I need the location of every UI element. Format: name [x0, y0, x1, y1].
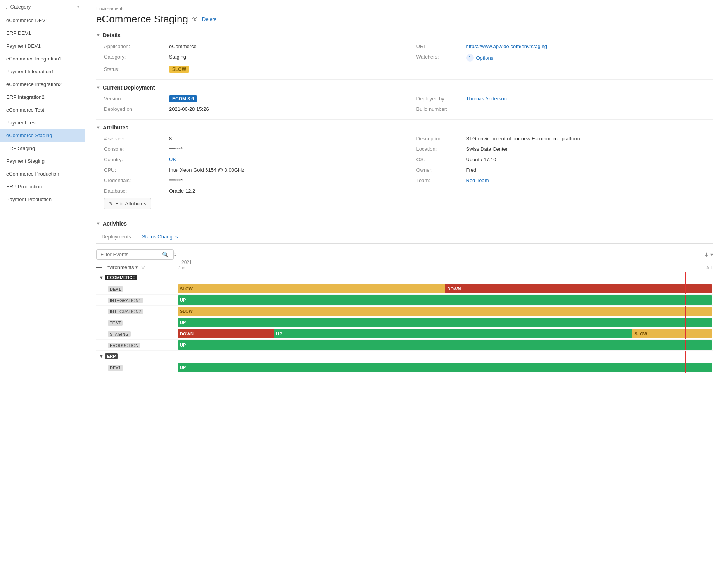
sidebar-item-payment-staging[interactable]: Payment Staging — [0, 155, 85, 167]
url-link[interactable]: https://www.apwide.com/env/staging — [466, 43, 548, 49]
deployment-section-header[interactable]: ▼ Current Deployment — [96, 84, 713, 91]
os-value: Ubuntu 17.10 — [463, 155, 714, 164]
description-label: Description: — [416, 134, 463, 143]
category-dropdown[interactable]: ↓ Category ▾ — [0, 0, 85, 14]
activities-section-label: Activities — [103, 221, 127, 227]
sidebar-item-erp-production[interactable]: ERP Production — [0, 180, 85, 193]
erp-collapse-button[interactable]: ▼ — [99, 354, 104, 359]
country-label: Country: — [104, 155, 166, 164]
ecommerce-integration1-row: INTEGRATION1 UP — [96, 295, 713, 306]
deployment-divider — [96, 119, 713, 120]
options-link[interactable]: Options — [476, 55, 494, 61]
application-value: eCommerce — [166, 42, 416, 50]
activities-toggle-icon: ▼ — [96, 221, 100, 226]
application-label: Application: — [104, 42, 166, 50]
attributes-section-label: Attributes — [103, 124, 128, 131]
current-time-line-prod — [685, 340, 686, 350]
current-time-line-test — [685, 317, 686, 328]
sidebar-item-payment-test[interactable]: Payment Test — [0, 116, 85, 129]
ecommerce-collapse-button[interactable]: ▼ — [99, 275, 104, 280]
attributes-section-header[interactable]: ▼ Attributes — [96, 124, 713, 131]
servers-value: 8 — [166, 134, 416, 143]
team-value: Red Team — [463, 176, 714, 185]
team-link[interactable]: Red Team — [466, 178, 489, 183]
integration2-badge: INTEGRATION2 — [108, 309, 143, 314]
erp-group-header-row: ▼ ERP — [96, 351, 713, 362]
filter-search-button[interactable]: 🔍 — [162, 252, 169, 258]
sidebar-item-ecommerce-test[interactable]: eCommerce Test — [0, 103, 85, 116]
sidebar-item-erp-integration2[interactable]: ERP Integration2 — [0, 91, 85, 103]
details-section-label: Details — [103, 32, 121, 38]
erp-group: ▼ ERP DEV1 UP — [96, 351, 713, 373]
ecommerce-dev1-row: DEV1 SLOW DOWN — [96, 283, 713, 295]
integration2-bar: SLOW — [178, 307, 712, 316]
sidebar-item-ecommerce-integration2[interactable]: eCommerce Integration2 — [0, 78, 85, 91]
filter-icon[interactable]: ▽ — [141, 264, 145, 270]
owner-label: Owner: — [416, 166, 463, 174]
location-label: Location: — [416, 145, 463, 153]
year-label: 2021 — [181, 260, 192, 265]
sidebar-item-erp-staging[interactable]: ERP Staging — [0, 142, 85, 155]
eye-icon[interactable]: 👁 — [192, 16, 198, 23]
deployed-by-link[interactable]: Thomas Anderson — [466, 96, 507, 102]
sidebar-item-ecommerce-dev1[interactable]: eCommerce DEV1 — [0, 14, 85, 27]
environments-dropdown[interactable]: Environments ▾ — [103, 264, 138, 270]
erp-dev1-bar-area: UP — [178, 362, 713, 373]
sidebar-item-payment-integration1[interactable]: Payment Integration1 — [0, 65, 85, 78]
version-label: Version: — [104, 95, 166, 103]
test-up-seg: UP — [178, 318, 712, 327]
edit-attributes-button[interactable]: ✎ Edit Attributes — [104, 198, 151, 209]
sidebar-item-ecommerce-staging[interactable]: eCommerce Staging — [0, 129, 85, 142]
staging-badge: STAGING — [108, 331, 131, 337]
deployed-on-value: 2021-06-28 15:26 — [166, 105, 416, 113]
down-arrow-icon: ↓ — [5, 4, 8, 10]
current-time-line-dev1 — [685, 283, 686, 294]
details-section-header[interactable]: ▼ Details — [96, 32, 713, 38]
timeline-header-left: — Environments ▾ ▽ — [96, 264, 178, 270]
sidebar-item-erp-dev1[interactable]: ERP DEV1 — [0, 27, 85, 40]
sidebar-item-payment-production[interactable]: Payment Production — [0, 193, 85, 206]
integration1-bar: UP — [178, 295, 712, 305]
sidebar-item-ecommerce-production[interactable]: eCommerce Production — [0, 167, 85, 180]
dev1-badge: DEV1 — [108, 286, 123, 292]
erp-dev1-row: DEV1 UP — [96, 362, 713, 373]
production-up-seg: UP — [178, 340, 712, 350]
owner-value: Fred — [463, 166, 714, 174]
watcher-count: 1 — [466, 54, 474, 62]
sidebar-item-payment-dev1[interactable]: Payment DEV1 — [0, 40, 85, 52]
current-time-line-erp-dev1 — [685, 362, 686, 373]
integration1-badge: INTEGRATION1 — [108, 298, 143, 303]
watchers-row: 1 Options — [466, 54, 710, 62]
ecommerce-badge: ECOMMERCE — [105, 275, 137, 280]
tab-status-changes[interactable]: Status Changes — [137, 231, 183, 243]
cpu-value: Intel Xeon Gold 6154 @ 3.00GHz — [166, 166, 416, 174]
collapse-all-button[interactable]: — — [96, 264, 102, 270]
page-title: eCommerce Staging — [96, 13, 188, 25]
ecommerce-production-label: PRODUCTION — [96, 341, 178, 350]
timeline-container: — Environments ▾ ▽ 2021 Jun Jul ▼ — [96, 260, 713, 373]
credentials-label: Credentials: — [104, 176, 166, 185]
attributes-field-grid: # servers: 8 Description: STG environmen… — [96, 134, 713, 195]
current-time-line-erp — [685, 351, 686, 362]
ecommerce-group-header-row: ▼ ECOMMERCE — [96, 272, 713, 283]
deployment-section: ▼ Current Deployment Version: ECOM 3.6 D… — [96, 84, 713, 113]
category-label: Category: — [104, 53, 166, 63]
url-value: https://www.apwide.com/env/staging — [463, 42, 714, 50]
activity-tabs: Deployments Status Changes — [96, 231, 713, 244]
download-button[interactable]: ⬇ ▾ — [704, 252, 713, 258]
ecommerce-dev1-label: DEV1 — [96, 285, 178, 293]
activities-section-header[interactable]: ▼ Activities — [96, 221, 713, 227]
attributes-divider — [96, 216, 713, 216]
test-bar: UP — [178, 318, 712, 327]
country-link[interactable]: UK — [169, 157, 176, 162]
production-badge: PRODUCTION — [108, 343, 140, 348]
ecommerce-integration2-label: INTEGRATION2 — [96, 307, 178, 316]
production-bar: UP — [178, 340, 712, 350]
database-label: Database: — [104, 187, 166, 195]
sidebar-item-ecommerce-integration1[interactable]: eCommerce Integration1 — [0, 52, 85, 65]
erp-group-bar-area — [178, 351, 713, 362]
tab-deployments[interactable]: Deployments — [96, 231, 137, 243]
delete-link[interactable]: Delete — [202, 16, 217, 22]
staging-bar: DOWN UP SLOW — [178, 329, 712, 338]
ecommerce-dev1-bar-area: SLOW DOWN — [178, 283, 713, 294]
